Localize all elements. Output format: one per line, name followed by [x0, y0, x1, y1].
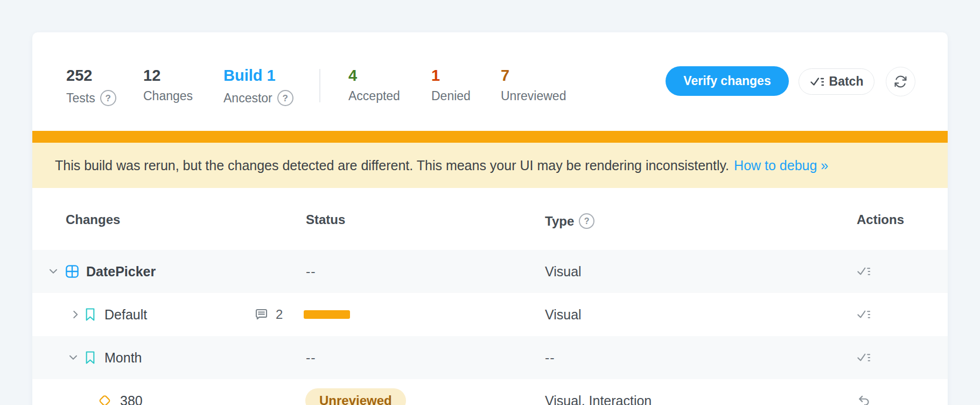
stat-unreviewed: 7 Unreviewed [501, 68, 566, 102]
tests-count: 252 [66, 68, 116, 83]
snapshot-name: 380 [120, 394, 143, 405]
stats-divider [319, 69, 320, 102]
build-summary-card: 252 Tests ? 12 Changes Build 1 Ancestor … [32, 32, 948, 405]
stat-changes: 12 Changes [143, 68, 193, 102]
unreviewed-count: 7 [501, 68, 566, 83]
denied-label: Denied [431, 90, 471, 102]
story-bookmark-icon [85, 308, 96, 322]
story-name: Month [104, 351, 142, 365]
column-header-type: Type ? [545, 213, 594, 229]
chevron-down-icon[interactable] [67, 352, 79, 364]
how-to-debug-link[interactable]: How to debug » [734, 158, 828, 173]
component-name: DatePicker [86, 265, 156, 278]
help-icon[interactable]: ? [579, 213, 594, 229]
batch-accept-icon[interactable] [857, 308, 871, 321]
accepted-label: Accepted [348, 90, 400, 102]
tests-label: Tests [66, 92, 95, 104]
changes-count: 12 [143, 68, 193, 83]
type-value: Visual [545, 264, 582, 280]
build-page: { "colors": { "accent-blue": "#1ba2f8", … [0, 0, 980, 405]
stat-tests: 252 Tests ? [66, 68, 116, 106]
help-icon[interactable]: ? [277, 90, 293, 106]
stat-ancestor-build: Build 1 Ancestor ? [223, 68, 293, 106]
type-value: Visual, Interaction [545, 393, 652, 405]
chevron-down-icon[interactable] [47, 266, 59, 277]
banner-message: This build was rerun, but the changes de… [55, 158, 729, 173]
batch-check-icon [810, 75, 824, 88]
ancestor-label: Ancestor [223, 92, 272, 104]
type-value: -- [545, 350, 555, 366]
accepted-count: 4 [348, 68, 400, 83]
unreviewed-label: Unreviewed [501, 90, 566, 102]
stat-accepted: 4 Accepted [348, 68, 400, 102]
type-header-label: Type [545, 215, 574, 228]
chevron-right-icon[interactable] [69, 309, 81, 320]
status-value: -- [306, 350, 316, 366]
help-icon[interactable]: ? [100, 90, 116, 106]
changes-table-header: Changes Status Type ? Actions [32, 188, 948, 250]
comment-icon[interactable] [254, 308, 269, 322]
rerun-build-button[interactable] [886, 67, 915, 96]
undo-icon[interactable] [857, 394, 872, 405]
change-diamond-icon [96, 393, 113, 405]
changes-table-body: DatePicker -- Visual Default 2 [32, 250, 948, 405]
unreviewed-status-badge: Unreviewed [305, 388, 406, 405]
table-row-snapshot-380[interactable]: 380 Unreviewed Visual, Interaction [32, 379, 948, 405]
batch-button[interactable]: Batch [799, 68, 874, 95]
inconsistency-warning-banner: This build was rerun, but the changes de… [32, 143, 948, 188]
type-value: Visual [545, 307, 582, 323]
column-header-actions: Actions [857, 213, 904, 226]
refresh-icon [893, 74, 908, 89]
build-progress-bar [32, 131, 948, 143]
changes-label: Changes [143, 90, 193, 102]
story-name: Default [104, 308, 147, 322]
batch-button-label: Batch [829, 74, 864, 89]
component-grid-icon [65, 264, 79, 278]
column-header-status: Status [306, 213, 345, 226]
status-value: -- [306, 264, 316, 280]
story-bookmark-icon [85, 351, 96, 365]
column-header-changes: Changes [66, 213, 120, 226]
table-row-story-month[interactable]: Month -- -- [32, 336, 948, 379]
denied-count: 1 [431, 68, 471, 83]
comment-count: 2 [276, 307, 283, 322]
ancestor-build-link[interactable]: Build 1 [223, 68, 293, 83]
batch-accept-icon[interactable] [857, 351, 871, 364]
verify-changes-button[interactable]: Verify changes [666, 66, 789, 96]
table-row-component-datepicker[interactable]: DatePicker -- Visual [32, 250, 948, 293]
batch-accept-icon[interactable] [857, 265, 871, 278]
status-progress-bar [304, 310, 350, 319]
table-row-story-default[interactable]: Default 2 Visual [32, 293, 948, 336]
stat-denied: 1 Denied [431, 68, 471, 102]
